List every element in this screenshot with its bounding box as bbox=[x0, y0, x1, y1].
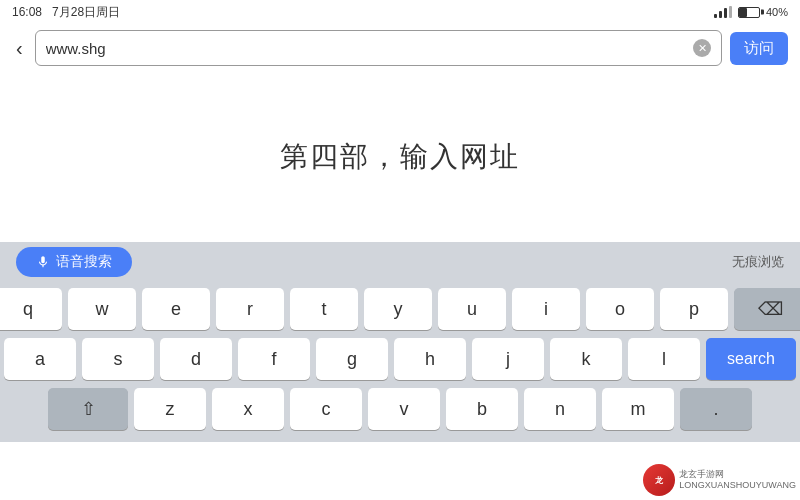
key-l[interactable]: l bbox=[628, 338, 700, 380]
key-d[interactable]: d bbox=[160, 338, 232, 380]
back-button[interactable]: ‹ bbox=[12, 34, 27, 62]
address-bar: ‹ ✕ 访问 bbox=[0, 24, 800, 72]
keyboard-row-3: ⇧ z x c v b n m . bbox=[4, 388, 796, 430]
key-s[interactable]: s bbox=[82, 338, 154, 380]
search-button[interactable]: search bbox=[706, 338, 796, 380]
voice-search-label: 语音搜索 bbox=[56, 253, 112, 271]
key-t[interactable]: t bbox=[290, 288, 358, 330]
main-title: 第四部，输入网址 bbox=[280, 138, 520, 176]
battery-fill bbox=[739, 8, 747, 17]
backspace-key[interactable]: ⌫ bbox=[734, 288, 800, 330]
key-h[interactable]: h bbox=[394, 338, 466, 380]
main-content: 第四部，输入网址 bbox=[0, 72, 800, 242]
mic-icon bbox=[36, 255, 50, 269]
clear-button[interactable]: ✕ bbox=[693, 39, 711, 57]
key-y[interactable]: y bbox=[364, 288, 432, 330]
status-time: 16:08 7月28日周日 bbox=[12, 4, 120, 21]
key-j[interactable]: j bbox=[472, 338, 544, 380]
key-z[interactable]: z bbox=[134, 388, 206, 430]
battery-percent: 40% bbox=[766, 6, 788, 18]
key-r[interactable]: r bbox=[216, 288, 284, 330]
key-c[interactable]: c bbox=[290, 388, 362, 430]
status-bar: 16:08 7月28日周日 40% bbox=[0, 0, 800, 24]
keyboard-row-2: a s d f g h j k l search bbox=[4, 338, 796, 380]
shift-key[interactable]: ⇧ bbox=[48, 388, 128, 430]
key-b[interactable]: b bbox=[446, 388, 518, 430]
key-g[interactable]: g bbox=[316, 338, 388, 380]
key-m[interactable]: m bbox=[602, 388, 674, 430]
key-f[interactable]: f bbox=[238, 338, 310, 380]
key-x[interactable]: x bbox=[212, 388, 284, 430]
status-indicators: 40% bbox=[714, 6, 788, 18]
watermark: 龙 龙玄手游网LONGXUANSHOUYUWANG bbox=[643, 464, 796, 496]
key-k[interactable]: k bbox=[550, 338, 622, 380]
key-q[interactable]: q bbox=[0, 288, 62, 330]
url-input-wrap: ✕ bbox=[35, 30, 722, 66]
key-o[interactable]: o bbox=[586, 288, 654, 330]
key-i[interactable]: i bbox=[512, 288, 580, 330]
key-period[interactable]: . bbox=[680, 388, 752, 430]
incognito-label: 无痕浏览 bbox=[732, 253, 784, 271]
key-v[interactable]: v bbox=[368, 388, 440, 430]
keyboard: q w e r t y u i o p ⌫ a s d f g h j k l … bbox=[0, 282, 800, 442]
keyboard-toolbar: 语音搜索 无痕浏览 bbox=[0, 242, 800, 282]
key-u[interactable]: u bbox=[438, 288, 506, 330]
signal-icon bbox=[714, 6, 732, 18]
visit-button[interactable]: 访问 bbox=[730, 32, 788, 65]
watermark-text: 龙玄手游网LONGXUANSHOUYUWANG bbox=[679, 469, 796, 491]
url-input[interactable] bbox=[46, 40, 693, 57]
key-e[interactable]: e bbox=[142, 288, 210, 330]
key-n[interactable]: n bbox=[524, 388, 596, 430]
key-p[interactable]: p bbox=[660, 288, 728, 330]
battery-icon bbox=[738, 7, 760, 18]
keyboard-row-1: q w e r t y u i o p ⌫ bbox=[4, 288, 796, 330]
key-w[interactable]: w bbox=[68, 288, 136, 330]
watermark-logo: 龙 bbox=[643, 464, 675, 496]
key-a[interactable]: a bbox=[4, 338, 76, 380]
voice-search-button[interactable]: 语音搜索 bbox=[16, 247, 132, 277]
